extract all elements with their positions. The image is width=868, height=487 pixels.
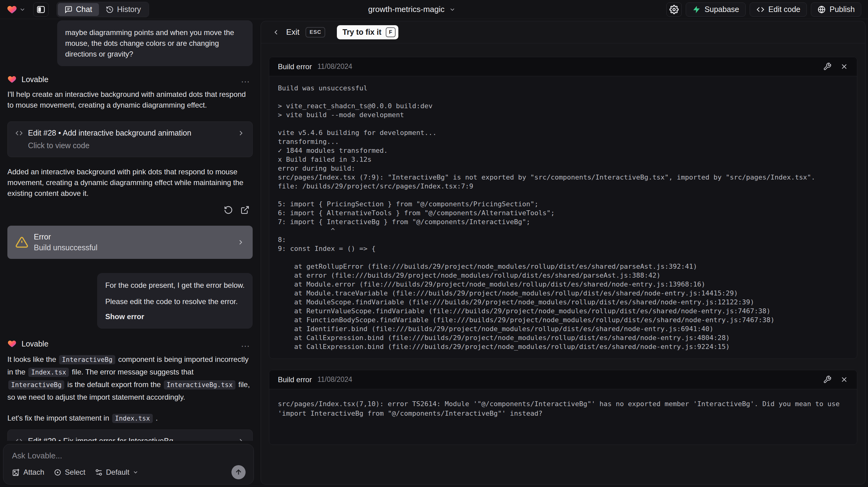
user-message-text: maybe diagramming points and when you mo… [65,28,234,58]
chevron-down-icon [449,6,456,13]
chat-history-tab-group: Chat History [57,2,149,17]
chat-composer: Ask Lovable... Attach [3,444,254,485]
chat-bubble-icon [65,5,72,13]
assistant-paragraph: I'll help create an interactive backgrou… [7,89,253,110]
chevron-down-icon [132,469,138,475]
chevron-right-icon [237,437,245,441]
close-icon[interactable] [840,375,848,384]
try-to-fix-button[interactable]: Try to fix it F [337,25,398,39]
project-switcher[interactable]: growth-metrics-magic [368,5,456,14]
build-error-log-card: Build error 11/08/2024 src/pages/Index.t… [269,370,857,445]
sidebar-panel-icon [36,5,45,14]
f-key-badge: F [386,27,396,37]
wrench-fix-icon[interactable] [823,375,831,384]
history-icon [106,5,114,13]
assistant-paragraph: Let's fix the import statement in Index.… [7,412,253,425]
attach-button[interactable]: Attach [12,468,44,477]
supabase-button[interactable]: Supabase [686,2,746,17]
message-more-menu[interactable]: … [241,338,251,349]
edit-card-28[interactable]: Edit #28 • Add interactive background an… [7,121,253,157]
assistant-paragraph: It looks like the InteractiveBg componen… [7,353,253,403]
build-error-date: 11/08/2024 [317,62,352,71]
message-more-menu[interactable]: … [241,74,251,85]
attach-label: Attach [23,468,44,477]
restore-version-icon[interactable] [224,205,233,215]
lovable-logo-menu[interactable] [7,4,26,15]
lovable-app: Chat History growth-metrics-magic [0,0,868,487]
model-selector[interactable]: Default [95,468,138,477]
assistant-message-header: Lovable … [7,338,253,349]
build-error-date: 11/08/2024 [317,375,352,384]
chat-scroll-area[interactable]: maybe diagramming points and when you mo… [0,19,257,441]
chat-input[interactable]: Ask Lovable... [12,451,246,461]
esc-key-badge: ESC [306,27,325,37]
lovable-heart-icon [7,339,17,348]
assistant-message-header: Lovable … [7,74,253,85]
wrench-fix-icon[interactable] [823,62,831,71]
edit-card-title: Edit #28 • Add interactive background an… [28,128,191,138]
arrow-up-icon [235,468,243,476]
tab-chat[interactable]: Chat [58,3,99,16]
code-brackets-icon [756,5,765,14]
chevron-right-icon [237,238,245,246]
lovable-heart-icon [7,75,17,84]
code-brackets-icon [15,129,23,137]
error-card-title: Error [34,233,97,241]
chat-panel: maybe diagramming points and when you mo… [0,19,257,487]
toggle-sidebar-button[interactable] [33,2,49,17]
edit-card-caption: Click to view code [28,141,245,150]
globe-icon [817,5,826,14]
user-message-line: Please edit the code to resolve the erro… [105,296,245,307]
send-button[interactable] [231,465,246,479]
assistant-name: Lovable [22,75,49,84]
select-label: Select [65,468,86,477]
settings-button[interactable] [666,2,682,17]
model-label: Default [106,468,129,477]
code-brackets-icon [15,437,23,441]
user-message-line: For the code present, I get the error be… [105,280,245,291]
user-message: maybe diagramming points and when you mo… [57,20,253,66]
chevron-down-icon [19,6,26,13]
exit-button[interactable]: Exit [286,27,299,37]
user-message: For the code present, I get the error be… [97,273,253,329]
build-error-message[interactable]: src/pages/Index.tsx(7,10): error TS2614:… [269,389,857,445]
build-error-card[interactable]: Error Build unsuccessful [7,226,253,259]
publish-button[interactable]: Publish [811,2,861,17]
assistant-paragraph: Added an interactive background with pin… [7,166,253,199]
edit-code-label: Edit code [768,5,800,14]
lovable-heart-logo [7,4,17,15]
project-name: growth-metrics-magic [368,5,445,14]
tab-history[interactable]: History [99,3,148,16]
edit-code-button[interactable]: Edit code [750,2,807,17]
edit-card-title: Edit #29 • Fix import error for Interact… [28,436,173,441]
build-error-log-card: Build error 11/08/2024 Build was unsucce… [269,57,857,359]
attach-image-icon [12,468,20,477]
build-error-title: Build error [278,62,312,71]
error-card-subtitle: Build unsuccessful [34,243,97,252]
edit-card-29[interactable]: Edit #29 • Fix import error for Interact… [7,429,253,441]
supabase-bolt-icon [692,5,701,14]
build-error-title: Build error [278,375,312,384]
supabase-label: Supabase [705,5,739,14]
warning-triangle-icon [16,236,28,249]
top-bar: Chat History growth-metrics-magic [0,0,868,19]
show-error-link[interactable]: Show error [105,311,245,322]
assistant-name: Lovable [22,339,49,348]
gear-icon [670,5,679,14]
tab-history-label: History [117,5,141,14]
publish-label: Publish [830,5,855,14]
close-icon[interactable] [840,62,848,71]
chevron-right-icon [237,129,245,137]
select-element-button[interactable]: Select [54,468,86,477]
try-to-fix-label: Try to fix it [342,28,381,37]
build-error-log[interactable]: Build was unsuccessful > vite_react_shad… [269,76,857,359]
sliders-icon [95,468,103,477]
tab-chat-label: Chat [76,5,92,14]
open-external-icon[interactable] [240,205,250,215]
preview-panel: Exit ESC Try to fix it F Build error 11/… [261,21,866,485]
select-target-icon [54,468,62,477]
chevron-left-icon [272,28,280,36]
